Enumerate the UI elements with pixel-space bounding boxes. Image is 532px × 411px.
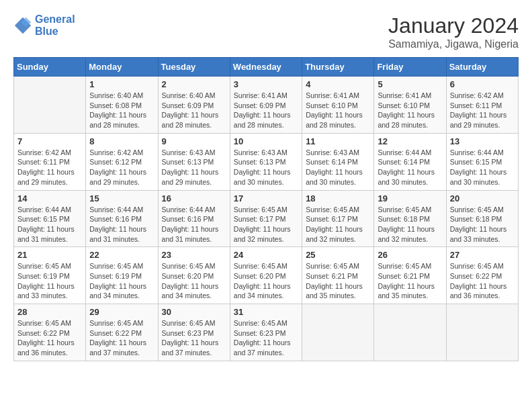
calendar-cell: 28Sunrise: 6:45 AM Sunset: 6:22 PM Dayli… (14, 304, 86, 361)
title-block: January 2024 Samamiya, Jigawa, Nigeria (388, 13, 519, 50)
calendar-week-row: 7Sunrise: 6:42 AM Sunset: 6:11 PM Daylig… (14, 133, 519, 190)
day-info: Sunrise: 6:42 AM Sunset: 6:12 PM Dayligh… (89, 148, 154, 187)
day-info: Sunrise: 6:44 AM Sunset: 6:15 PM Dayligh… (450, 148, 515, 187)
day-number: 26 (378, 250, 442, 260)
calendar-cell: 17Sunrise: 6:45 AM Sunset: 6:17 PM Dayli… (230, 190, 302, 247)
day-number: 9 (162, 136, 226, 146)
calendar-cell (14, 77, 86, 134)
weekday-header-saturday: Saturday (446, 58, 518, 77)
day-info: Sunrise: 6:43 AM Sunset: 6:13 PM Dayligh… (234, 148, 298, 187)
day-info: Sunrise: 6:41 AM Sunset: 6:10 PM Dayligh… (378, 91, 442, 130)
weekday-header-monday: Monday (86, 58, 158, 77)
logo-text-general: General (35, 13, 75, 25)
calendar-week-row: 1Sunrise: 6:40 AM Sunset: 6:08 PM Daylig… (14, 77, 519, 134)
weekday-header-friday: Friday (374, 58, 446, 77)
calendar-cell: 7Sunrise: 6:42 AM Sunset: 6:11 PM Daylig… (14, 133, 86, 190)
calendar-week-row: 28Sunrise: 6:45 AM Sunset: 6:22 PM Dayli… (14, 304, 519, 361)
calendar-cell: 4Sunrise: 6:41 AM Sunset: 6:10 PM Daylig… (302, 77, 374, 134)
calendar-cell: 2Sunrise: 6:40 AM Sunset: 6:09 PM Daylig… (158, 77, 230, 134)
calendar-cell: 25Sunrise: 6:45 AM Sunset: 6:21 PM Dayli… (302, 247, 374, 304)
day-number: 11 (306, 136, 370, 146)
calendar-cell: 30Sunrise: 6:45 AM Sunset: 6:23 PM Dayli… (158, 304, 230, 361)
calendar-cell: 5Sunrise: 6:41 AM Sunset: 6:10 PM Daylig… (374, 77, 446, 134)
day-info: Sunrise: 6:45 AM Sunset: 6:23 PM Dayligh… (162, 318, 226, 358)
day-info: Sunrise: 6:45 AM Sunset: 6:19 PM Dayligh… (89, 261, 154, 301)
day-number: 31 (234, 307, 298, 317)
calendar-cell: 29Sunrise: 6:45 AM Sunset: 6:22 PM Dayli… (86, 304, 158, 361)
calendar-cell: 27Sunrise: 6:45 AM Sunset: 6:22 PM Dayli… (446, 247, 518, 304)
day-info: Sunrise: 6:44 AM Sunset: 6:15 PM Dayligh… (17, 205, 82, 244)
calendar-cell: 21Sunrise: 6:45 AM Sunset: 6:19 PM Dayli… (14, 247, 86, 304)
day-number: 12 (378, 136, 442, 146)
day-number: 10 (234, 136, 298, 146)
day-number: 30 (162, 307, 226, 317)
day-info: Sunrise: 6:44 AM Sunset: 6:16 PM Dayligh… (89, 205, 154, 244)
day-number: 28 (17, 307, 82, 317)
calendar-cell (446, 304, 518, 361)
day-info: Sunrise: 6:41 AM Sunset: 6:10 PM Dayligh… (306, 91, 370, 130)
page-header: General Blue January 2024 Samamiya, Jiga… (13, 13, 519, 50)
day-info: Sunrise: 6:40 AM Sunset: 6:09 PM Dayligh… (162, 91, 226, 130)
month-year-title: January 2024 (388, 13, 519, 38)
calendar-table: SundayMondayTuesdayWednesdayThursdayFrid… (13, 57, 519, 361)
day-info: Sunrise: 6:44 AM Sunset: 6:14 PM Dayligh… (378, 148, 442, 187)
calendar-cell: 11Sunrise: 6:43 AM Sunset: 6:14 PM Dayli… (302, 133, 374, 190)
calendar-cell: 20Sunrise: 6:45 AM Sunset: 6:18 PM Dayli… (446, 190, 518, 247)
day-number: 8 (89, 136, 154, 146)
calendar-cell: 3Sunrise: 6:41 AM Sunset: 6:09 PM Daylig… (230, 77, 302, 134)
weekday-header-thursday: Thursday (302, 58, 374, 77)
day-number: 7 (17, 136, 82, 146)
day-number: 29 (89, 307, 154, 317)
calendar-cell: 19Sunrise: 6:45 AM Sunset: 6:18 PM Dayli… (374, 190, 446, 247)
day-info: Sunrise: 6:45 AM Sunset: 6:17 PM Dayligh… (234, 205, 298, 244)
day-number: 16 (162, 193, 226, 203)
location-subtitle: Samamiya, Jigawa, Nigeria (388, 38, 519, 50)
day-number: 24 (234, 250, 298, 260)
calendar-cell (302, 304, 374, 361)
calendar-cell (374, 304, 446, 361)
day-number: 1 (89, 79, 154, 89)
weekday-header-wednesday: Wednesday (230, 58, 302, 77)
weekday-header-sunday: Sunday (14, 58, 86, 77)
day-info: Sunrise: 6:45 AM Sunset: 6:23 PM Dayligh… (234, 318, 298, 358)
day-info: Sunrise: 6:45 AM Sunset: 6:22 PM Dayligh… (89, 318, 154, 358)
calendar-header-row: SundayMondayTuesdayWednesdayThursdayFrid… (14, 58, 519, 77)
day-number: 20 (450, 193, 515, 203)
day-number: 22 (89, 250, 154, 260)
day-number: 27 (450, 250, 515, 260)
calendar-cell: 6Sunrise: 6:42 AM Sunset: 6:11 PM Daylig… (446, 77, 518, 134)
calendar-cell: 24Sunrise: 6:45 AM Sunset: 6:20 PM Dayli… (230, 247, 302, 304)
day-number: 2 (162, 79, 226, 89)
day-number: 23 (162, 250, 226, 260)
day-number: 13 (450, 136, 515, 146)
calendar-cell: 15Sunrise: 6:44 AM Sunset: 6:16 PM Dayli… (86, 190, 158, 247)
day-number: 14 (17, 193, 82, 203)
day-info: Sunrise: 6:45 AM Sunset: 6:17 PM Dayligh… (306, 205, 370, 244)
logo-icon (13, 16, 32, 35)
calendar-cell: 8Sunrise: 6:42 AM Sunset: 6:12 PM Daylig… (86, 133, 158, 190)
weekday-header-tuesday: Tuesday (158, 58, 230, 77)
day-number: 19 (378, 193, 442, 203)
day-number: 17 (234, 193, 298, 203)
day-info: Sunrise: 6:43 AM Sunset: 6:14 PM Dayligh… (306, 148, 370, 187)
day-info: Sunrise: 6:45 AM Sunset: 6:21 PM Dayligh… (306, 261, 370, 301)
calendar-cell: 1Sunrise: 6:40 AM Sunset: 6:08 PM Daylig… (86, 77, 158, 134)
day-number: 18 (306, 193, 370, 203)
calendar-cell: 22Sunrise: 6:45 AM Sunset: 6:19 PM Dayli… (86, 247, 158, 304)
calendar-cell: 18Sunrise: 6:45 AM Sunset: 6:17 PM Dayli… (302, 190, 374, 247)
calendar-cell: 31Sunrise: 6:45 AM Sunset: 6:23 PM Dayli… (230, 304, 302, 361)
logo: General Blue (13, 13, 75, 37)
day-info: Sunrise: 6:45 AM Sunset: 6:18 PM Dayligh… (450, 205, 515, 244)
logo-text-blue: Blue (35, 26, 75, 38)
calendar-week-row: 14Sunrise: 6:44 AM Sunset: 6:15 PM Dayli… (14, 190, 519, 247)
day-info: Sunrise: 6:45 AM Sunset: 6:22 PM Dayligh… (17, 318, 82, 358)
day-info: Sunrise: 6:45 AM Sunset: 6:20 PM Dayligh… (162, 261, 226, 301)
day-number: 4 (306, 79, 370, 89)
calendar-cell: 10Sunrise: 6:43 AM Sunset: 6:13 PM Dayli… (230, 133, 302, 190)
day-info: Sunrise: 6:45 AM Sunset: 6:21 PM Dayligh… (378, 261, 442, 301)
day-info: Sunrise: 6:45 AM Sunset: 6:19 PM Dayligh… (17, 261, 82, 301)
calendar-body: 1Sunrise: 6:40 AM Sunset: 6:08 PM Daylig… (14, 77, 519, 361)
calendar-cell: 14Sunrise: 6:44 AM Sunset: 6:15 PM Dayli… (14, 190, 86, 247)
day-number: 25 (306, 250, 370, 260)
calendar-cell: 13Sunrise: 6:44 AM Sunset: 6:15 PM Dayli… (446, 133, 518, 190)
